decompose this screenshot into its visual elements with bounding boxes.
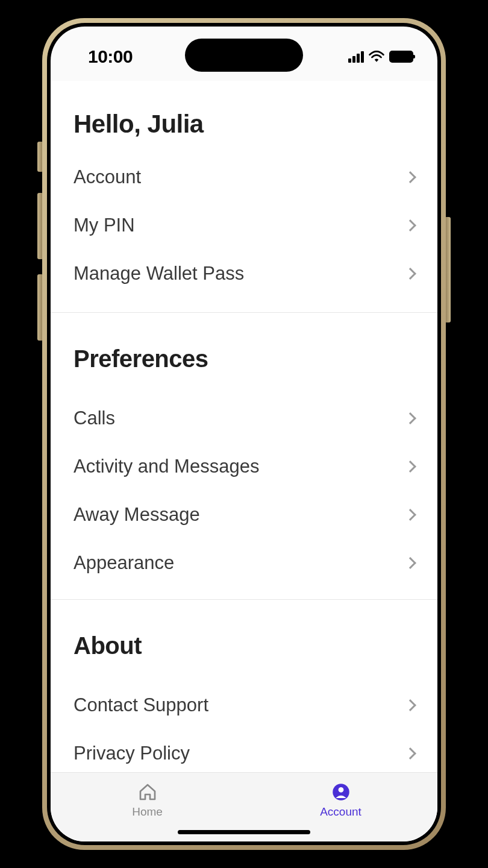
section-header-preferences: Preferences <box>51 313 437 394</box>
tab-account[interactable]: Account <box>305 781 377 819</box>
status-icons <box>348 51 413 63</box>
row-away-message[interactable]: Away Message <box>51 491 437 539</box>
row-my-pin[interactable]: My PIN <box>51 201 437 250</box>
row-label: Manage Wallet Pass <box>74 263 244 285</box>
tab-home[interactable]: Home <box>111 781 184 819</box>
row-activity-messages[interactable]: Activity and Messages <box>51 442 437 491</box>
svg-point-1 <box>338 787 343 793</box>
home-indicator[interactable] <box>178 830 310 834</box>
battery-icon <box>389 51 413 63</box>
row-label: My PIN <box>74 215 135 236</box>
chevron-right-icon <box>404 461 416 473</box>
greeting: Hello, Julia <box>51 81 437 153</box>
content-scroll[interactable]: Hello, Julia Account My PIN Manage Walle… <box>51 81 437 772</box>
row-calls[interactable]: Calls <box>51 394 437 442</box>
chevron-right-icon <box>404 699 416 711</box>
chevron-right-icon <box>404 268 416 280</box>
row-label: Calls <box>74 407 115 429</box>
bezel: 10:00 <box>42 18 446 850</box>
section-header-about: About <box>51 600 437 681</box>
cellular-signal-icon <box>348 51 364 63</box>
row-contact-support[interactable]: Contact Support <box>51 681 437 729</box>
row-appearance[interactable]: Appearance <box>51 539 437 587</box>
row-label: Activity and Messages <box>74 456 259 477</box>
phone-frame: 10:00 <box>0 0 488 868</box>
account-icon <box>330 781 352 803</box>
chevron-right-icon <box>404 171 416 183</box>
home-icon <box>137 781 158 803</box>
section-preferences: Preferences Calls Activity and Messages … <box>51 313 437 600</box>
status-time: 10:00 <box>75 46 133 67</box>
chevron-right-icon <box>404 557 416 569</box>
section-about: About Contact Support Privacy Policy Ter… <box>51 600 437 772</box>
tab-account-label: Account <box>320 805 361 819</box>
wifi-icon <box>369 51 384 63</box>
row-label: Appearance <box>74 552 174 574</box>
chevron-right-icon <box>404 219 416 231</box>
chevron-right-icon <box>404 509 416 521</box>
chevron-right-icon <box>404 747 416 760</box>
row-privacy-policy[interactable]: Privacy Policy <box>51 729 437 772</box>
row-label: Account <box>74 166 141 188</box>
row-account[interactable]: Account <box>51 153 437 201</box>
screen: 10:00 <box>51 27 437 841</box>
row-label: Away Message <box>74 504 200 526</box>
tab-home-label: Home <box>132 805 163 819</box>
row-label: Contact Support <box>74 694 208 716</box>
row-label: Privacy Policy <box>74 743 190 764</box>
dynamic-island <box>185 39 303 72</box>
chevron-right-icon <box>404 412 416 424</box>
section-account: Hello, Julia Account My PIN Manage Walle… <box>51 81 437 313</box>
row-manage-wallet-pass[interactable]: Manage Wallet Pass <box>51 250 437 298</box>
